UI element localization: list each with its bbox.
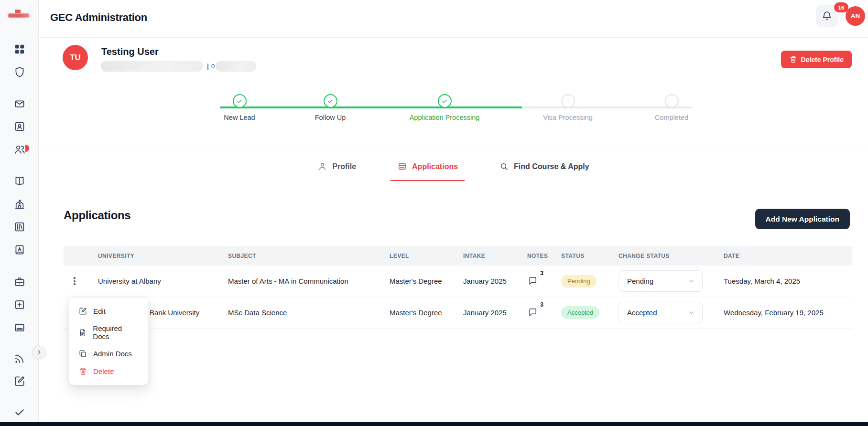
menu-item-label: Delete: [93, 367, 114, 375]
step-application-processing[interactable]: Application Processing: [392, 94, 497, 121]
row-context-menu: Edit Required Docs Admin Docs Delete: [68, 297, 149, 385]
check-icon: [13, 406, 26, 418]
tab-label: Find Course & Apply: [514, 162, 589, 171]
notes-button[interactable]: 3: [527, 275, 540, 288]
bell-icon: [821, 10, 833, 21]
cell-change-status: Accepted: [618, 302, 724, 323]
step-empty-circle: [665, 94, 679, 108]
sidebar-item-dictionary[interactable]: [13, 244, 26, 256]
applications-heading: Applications: [64, 209, 130, 222]
notes-count: 3: [540, 270, 543, 277]
menu-item-delete[interactable]: Delete: [69, 362, 148, 380]
cell-date: Wednesday, February 19, 2025: [724, 309, 852, 317]
school-icon: [13, 198, 26, 210]
step-new-lead[interactable]: New Lead: [187, 94, 292, 121]
change-status-select[interactable]: Accepted: [618, 302, 703, 323]
sidebar-item-add-new[interactable]: [13, 298, 26, 311]
open-book-icon: [13, 175, 26, 187]
tab-label: Applications: [412, 162, 458, 171]
check-icon: [327, 98, 334, 105]
sidebar-item-compose[interactable]: [13, 375, 26, 387]
cell-date: Tuesday, March 4, 2025: [724, 277, 852, 285]
step-label: Follow Up: [315, 114, 346, 121]
col-change-status: CHANGE STATUS: [618, 253, 724, 259]
step-empty-circle: [561, 94, 575, 108]
row-actions-menu-button[interactable]: [64, 277, 74, 285]
comment-icon: [527, 307, 538, 318]
avatar: TU: [63, 45, 88, 70]
plus-square-icon: [13, 298, 26, 311]
table-row: Bank University MSc Data Science Master'…: [64, 297, 852, 329]
col-notes: NOTES: [527, 253, 561, 259]
masked-contact-row: | 0: [101, 60, 256, 72]
table-row: University at Albany Master of Arts - MA…: [64, 266, 852, 297]
step-visa-processing[interactable]: Visa Processing: [515, 94, 620, 121]
tab-label: Profile: [332, 162, 356, 171]
detail-tabs: Profile Applications Find Course & Apply: [39, 155, 868, 181]
edit-icon: [78, 307, 87, 316]
step-completed[interactable]: Completed: [619, 94, 724, 121]
step-follow-up[interactable]: Follow Up: [278, 94, 383, 121]
sidebar-item-jobs[interactable]: [13, 276, 26, 288]
users-notification-dot: [25, 145, 29, 152]
shield-icon: [13, 66, 26, 78]
tab-profile[interactable]: Profile: [311, 155, 363, 181]
cell-level: Master's Degree: [390, 277, 463, 285]
cell-status: Accepted: [561, 306, 618, 319]
sidebar-item-dashboard[interactable]: [13, 43, 26, 55]
sidebar-item-security[interactable]: [13, 66, 26, 78]
sidebar-item-mail[interactable]: [13, 97, 26, 110]
page: GEC Administration 16 AN TU Testing User…: [0, 0, 868, 426]
page-title: GEC Administration: [50, 11, 147, 24]
sidebar-expand-button[interactable]: [32, 345, 46, 359]
sidebar-item-payments[interactable]: [13, 321, 26, 334]
cell-notes: 3: [527, 275, 561, 288]
sidebar: [0, 0, 39, 426]
grid-icon: [13, 43, 26, 55]
menu-item-label: Required Docs: [93, 324, 139, 341]
cell-intake: January 2025: [463, 309, 527, 317]
copy-icon: [78, 349, 87, 358]
tab-find-course-apply[interactable]: Find Course & Apply: [492, 155, 596, 181]
notes-button[interactable]: 3: [527, 307, 540, 319]
step-label: Application Processing: [410, 114, 480, 121]
menu-item-admin-docs[interactable]: Admin Docs: [69, 345, 148, 362]
sidebar-item-tasks[interactable]: [13, 406, 26, 418]
masked-phone-prefix: 0: [211, 63, 215, 70]
selected-status: Accepted: [627, 309, 657, 317]
cell-subject: MSc Data Science: [228, 309, 390, 317]
logo-wordmark: [8, 13, 29, 18]
add-new-application-button[interactable]: Add New Application: [755, 209, 850, 229]
menu-item-label: Edit: [93, 307, 106, 315]
sidebar-item-library[interactable]: [13, 221, 26, 233]
search-icon: [499, 161, 509, 171]
step-check-circle: [438, 94, 452, 108]
app-logo[interactable]: [8, 10, 29, 19]
trash-icon: [789, 55, 797, 64]
menu-item-required-docs[interactable]: Required Docs: [69, 320, 148, 345]
delete-profile-button[interactable]: Delete Profile: [781, 51, 852, 68]
check-icon: [441, 98, 448, 105]
trash-icon: [78, 367, 87, 376]
main-content: GEC Administration 16 AN TU Testing User…: [39, 0, 868, 426]
sidebar-item-school[interactable]: [13, 198, 26, 210]
credit-card-icon: [13, 321, 26, 334]
menu-item-edit[interactable]: Edit: [69, 302, 148, 320]
sidebar-item-users[interactable]: [13, 143, 26, 156]
account-avatar[interactable]: AN: [846, 6, 865, 26]
selected-status: Pending: [627, 277, 653, 285]
table-header: UNIVERSITY SUBJECT LEVEL INTAKE NOTES ST…: [64, 246, 852, 266]
cell-subject: Master of Arts - MA in Communication: [228, 277, 390, 285]
notes-count: 3: [540, 301, 543, 308]
change-status-select[interactable]: Pending: [618, 270, 703, 292]
tab-applications[interactable]: Applications: [391, 155, 465, 181]
menu-item-label: Admin Docs: [93, 350, 132, 358]
step-check-circle: [233, 94, 247, 108]
document-icon: [78, 328, 87, 337]
sidebar-item-feed[interactable]: [13, 352, 26, 365]
sidebar-item-courses[interactable]: [13, 175, 26, 187]
sidebar-item-contacts[interactable]: [13, 120, 26, 133]
step-label: Visa Processing: [543, 114, 593, 121]
col-intake: INTAKE: [463, 253, 527, 259]
contact-separator: |: [207, 62, 209, 70]
